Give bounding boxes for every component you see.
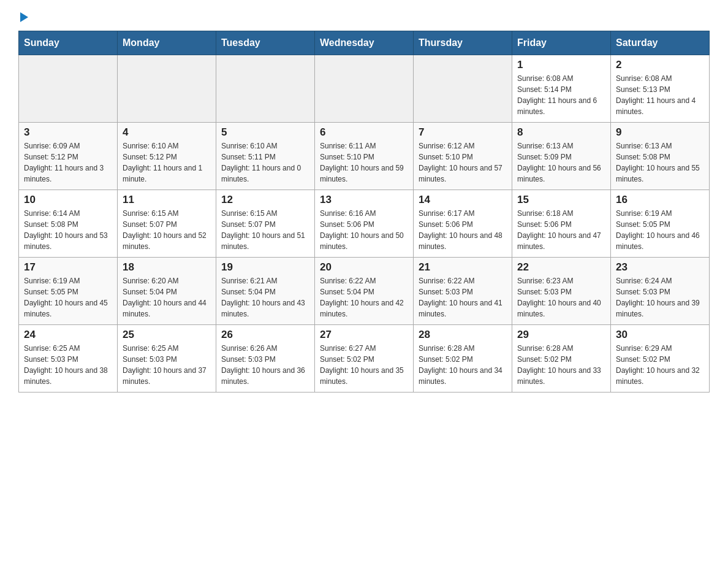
calendar-day-cell: 9Sunrise: 6:13 AMSunset: 5:08 PMDaylight… xyxy=(611,123,710,190)
logo-row1 xyxy=(18,12,28,21)
day-info: Sunrise: 6:29 AMSunset: 5:02 PMDaylight:… xyxy=(616,343,704,387)
day-info: Sunrise: 6:19 AMSunset: 5:05 PMDaylight:… xyxy=(616,208,704,252)
calendar-day-cell: 21Sunrise: 6:22 AMSunset: 5:03 PMDayligh… xyxy=(414,258,512,325)
calendar-day-cell xyxy=(216,55,315,123)
day-number: 23 xyxy=(616,261,704,274)
day-number: 9 xyxy=(616,126,704,139)
day-number: 15 xyxy=(517,194,605,206)
day-info: Sunrise: 6:21 AMSunset: 5:04 PMDaylight:… xyxy=(221,275,309,320)
calendar-day-cell xyxy=(118,55,216,123)
day-number: 7 xyxy=(419,126,507,139)
day-info: Sunrise: 6:20 AMSunset: 5:04 PMDaylight:… xyxy=(123,275,211,320)
day-number: 4 xyxy=(123,126,211,139)
day-info: Sunrise: 6:15 AMSunset: 5:07 PMDaylight:… xyxy=(123,208,211,252)
calendar-day-cell: 19Sunrise: 6:21 AMSunset: 5:04 PMDayligh… xyxy=(216,258,315,325)
day-info: Sunrise: 6:11 AMSunset: 5:10 PMDaylight:… xyxy=(320,140,408,185)
day-number: 25 xyxy=(123,329,211,341)
calendar-week-row: 3Sunrise: 6:09 AMSunset: 5:12 PMDaylight… xyxy=(19,123,710,190)
day-number: 20 xyxy=(320,261,408,274)
day-of-week-header: Tuesday xyxy=(216,31,315,55)
day-number: 12 xyxy=(221,194,309,206)
day-of-week-header: Saturday xyxy=(611,31,710,55)
day-number: 5 xyxy=(221,126,309,139)
calendar-week-row: 17Sunrise: 6:19 AMSunset: 5:05 PMDayligh… xyxy=(19,258,710,325)
day-of-week-header: Thursday xyxy=(414,31,512,55)
day-info: Sunrise: 6:16 AMSunset: 5:06 PMDaylight:… xyxy=(320,208,408,252)
calendar-header-row: SundayMondayTuesdayWednesdayThursdayFrid… xyxy=(19,31,710,55)
calendar-day-cell: 10Sunrise: 6:14 AMSunset: 5:08 PMDayligh… xyxy=(19,190,118,258)
day-info: Sunrise: 6:15 AMSunset: 5:07 PMDaylight:… xyxy=(221,208,309,252)
day-info: Sunrise: 6:13 AMSunset: 5:08 PMDaylight:… xyxy=(616,140,704,185)
calendar-day-cell xyxy=(19,55,118,123)
day-info: Sunrise: 6:08 AMSunset: 5:13 PMDaylight:… xyxy=(616,73,704,117)
day-number: 21 xyxy=(419,261,507,274)
calendar-day-cell: 15Sunrise: 6:18 AMSunset: 5:06 PMDayligh… xyxy=(512,190,611,258)
day-info: Sunrise: 6:23 AMSunset: 5:03 PMDaylight:… xyxy=(517,275,605,320)
day-info: Sunrise: 6:10 AMSunset: 5:12 PMDaylight:… xyxy=(123,140,211,185)
calendar-day-cell: 24Sunrise: 6:25 AMSunset: 5:03 PMDayligh… xyxy=(19,325,118,393)
day-info: Sunrise: 6:27 AMSunset: 5:02 PMDaylight:… xyxy=(320,343,408,387)
calendar-day-cell xyxy=(414,55,512,123)
calendar-table: SundayMondayTuesdayWednesdayThursdayFrid… xyxy=(18,31,710,393)
day-info: Sunrise: 6:24 AMSunset: 5:03 PMDaylight:… xyxy=(616,275,704,320)
day-info: Sunrise: 6:28 AMSunset: 5:02 PMDaylight:… xyxy=(419,343,507,387)
calendar-day-cell: 17Sunrise: 6:19 AMSunset: 5:05 PMDayligh… xyxy=(19,258,118,325)
calendar-day-cell: 7Sunrise: 6:12 AMSunset: 5:10 PMDaylight… xyxy=(414,123,512,190)
calendar-day-cell: 4Sunrise: 6:10 AMSunset: 5:12 PMDaylight… xyxy=(118,123,216,190)
calendar-day-cell: 8Sunrise: 6:13 AMSunset: 5:09 PMDaylight… xyxy=(512,123,611,190)
calendar-day-cell: 16Sunrise: 6:19 AMSunset: 5:05 PMDayligh… xyxy=(611,190,710,258)
calendar-day-cell: 26Sunrise: 6:26 AMSunset: 5:03 PMDayligh… xyxy=(216,325,315,393)
day-number: 11 xyxy=(123,194,211,206)
day-info: Sunrise: 6:13 AMSunset: 5:09 PMDaylight:… xyxy=(517,140,605,185)
day-info: Sunrise: 6:28 AMSunset: 5:02 PMDaylight:… xyxy=(517,343,605,387)
calendar-day-cell: 20Sunrise: 6:22 AMSunset: 5:04 PMDayligh… xyxy=(315,258,414,325)
day-of-week-header: Sunday xyxy=(19,31,118,55)
day-info: Sunrise: 6:10 AMSunset: 5:11 PMDaylight:… xyxy=(221,140,309,185)
day-info: Sunrise: 6:14 AMSunset: 5:08 PMDaylight:… xyxy=(24,208,112,252)
day-info: Sunrise: 6:25 AMSunset: 5:03 PMDaylight:… xyxy=(123,343,211,387)
day-number: 17 xyxy=(24,261,112,274)
day-of-week-header: Friday xyxy=(512,31,611,55)
day-of-week-header: Wednesday xyxy=(315,31,414,55)
day-number: 29 xyxy=(517,329,605,341)
calendar-day-cell xyxy=(315,55,414,123)
day-of-week-header: Monday xyxy=(118,31,216,55)
calendar-day-cell: 3Sunrise: 6:09 AMSunset: 5:12 PMDaylight… xyxy=(19,123,118,190)
calendar-week-row: 10Sunrise: 6:14 AMSunset: 5:08 PMDayligh… xyxy=(19,190,710,258)
day-info: Sunrise: 6:12 AMSunset: 5:10 PMDaylight:… xyxy=(419,140,507,185)
day-number: 30 xyxy=(616,329,704,341)
day-info: Sunrise: 6:25 AMSunset: 5:03 PMDaylight:… xyxy=(24,343,112,387)
calendar-week-row: 1Sunrise: 6:08 AMSunset: 5:14 PMDaylight… xyxy=(19,55,710,123)
day-info: Sunrise: 6:22 AMSunset: 5:04 PMDaylight:… xyxy=(320,275,408,320)
day-number: 2 xyxy=(616,59,704,71)
day-number: 18 xyxy=(123,261,211,274)
calendar-day-cell: 22Sunrise: 6:23 AMSunset: 5:03 PMDayligh… xyxy=(512,258,611,325)
logo xyxy=(18,12,28,18)
day-number: 16 xyxy=(616,194,704,206)
page-header xyxy=(18,12,710,18)
calendar-day-cell: 25Sunrise: 6:25 AMSunset: 5:03 PMDayligh… xyxy=(118,325,216,393)
calendar-day-cell: 5Sunrise: 6:10 AMSunset: 5:11 PMDaylight… xyxy=(216,123,315,190)
calendar-day-cell: 2Sunrise: 6:08 AMSunset: 5:13 PMDaylight… xyxy=(611,55,710,123)
day-number: 27 xyxy=(320,329,408,341)
calendar-day-cell: 28Sunrise: 6:28 AMSunset: 5:02 PMDayligh… xyxy=(414,325,512,393)
day-number: 19 xyxy=(221,261,309,274)
day-number: 22 xyxy=(517,261,605,274)
calendar-day-cell: 13Sunrise: 6:16 AMSunset: 5:06 PMDayligh… xyxy=(315,190,414,258)
day-info: Sunrise: 6:09 AMSunset: 5:12 PMDaylight:… xyxy=(24,140,112,185)
day-info: Sunrise: 6:19 AMSunset: 5:05 PMDaylight:… xyxy=(24,275,112,320)
day-info: Sunrise: 6:26 AMSunset: 5:03 PMDaylight:… xyxy=(221,343,309,387)
calendar-day-cell: 30Sunrise: 6:29 AMSunset: 5:02 PMDayligh… xyxy=(611,325,710,393)
calendar-day-cell: 11Sunrise: 6:15 AMSunset: 5:07 PMDayligh… xyxy=(118,190,216,258)
calendar-day-cell: 14Sunrise: 6:17 AMSunset: 5:06 PMDayligh… xyxy=(414,190,512,258)
calendar-day-cell: 27Sunrise: 6:27 AMSunset: 5:02 PMDayligh… xyxy=(315,325,414,393)
calendar-day-cell: 1Sunrise: 6:08 AMSunset: 5:14 PMDaylight… xyxy=(512,55,611,123)
calendar-day-cell: 18Sunrise: 6:20 AMSunset: 5:04 PMDayligh… xyxy=(118,258,216,325)
day-info: Sunrise: 6:08 AMSunset: 5:14 PMDaylight:… xyxy=(517,73,605,117)
day-number: 1 xyxy=(517,59,605,71)
calendar-day-cell: 6Sunrise: 6:11 AMSunset: 5:10 PMDaylight… xyxy=(315,123,414,190)
calendar-day-cell: 29Sunrise: 6:28 AMSunset: 5:02 PMDayligh… xyxy=(512,325,611,393)
day-number: 6 xyxy=(320,126,408,139)
day-number: 28 xyxy=(419,329,507,341)
logo-arrow-icon xyxy=(20,12,28,22)
